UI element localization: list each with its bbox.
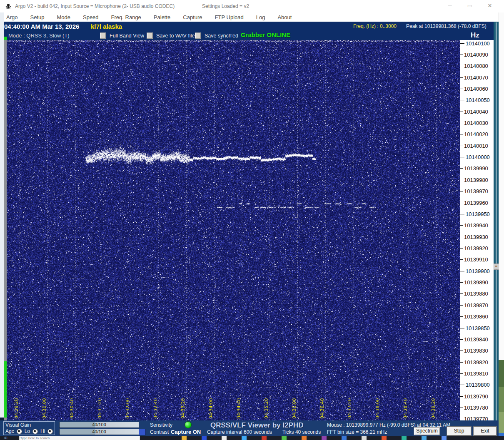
freq-tick (460, 385, 464, 385)
checkbox-label: Save synch'ed (205, 33, 238, 39)
checkbox-box[interactable] (147, 32, 153, 39)
freq-tick (460, 316, 463, 317)
sensitivity-slider[interactable]: 40/100 (59, 422, 139, 428)
freq-tick (460, 214, 464, 214)
taskbar-app-icon[interactable] (422, 436, 427, 440)
freq-tick (460, 305, 463, 306)
menu-item-palette[interactable]: Palette (147, 14, 177, 20)
menu-item-freq-range[interactable]: Freq. Range (105, 14, 147, 20)
freq-tick-label: 10139900 (460, 268, 490, 274)
freq-tick (460, 408, 463, 408)
freq-tick (460, 293, 463, 294)
taskbar-app-icon[interactable] (342, 436, 347, 440)
taskbar-app-icon[interactable] (202, 436, 207, 440)
freq-tick-label: 10139850 (460, 325, 490, 331)
freq-tick-label: 10139830 (460, 348, 488, 354)
start-button[interactable]: ⊞ (4, 436, 7, 440)
capture-status: Capture ON (171, 429, 201, 435)
menu-item-mode[interactable]: Mode (50, 14, 77, 20)
freq-tick-label: 10139960 (460, 199, 488, 206)
taskbar-app-icon[interactable] (182, 436, 187, 440)
taskbar-app-icon[interactable] (222, 436, 227, 440)
background-window-right (499, 12, 504, 360)
menu-item-about[interactable]: About (271, 14, 298, 20)
taskbar-app-icon[interactable] (262, 436, 267, 440)
freq-tick-label: 10139870 (460, 302, 488, 308)
slider-end-box[interactable] (139, 429, 146, 435)
freq-tick-label: 10140030 (460, 120, 488, 127)
radio-agc[interactable] (17, 429, 22, 434)
radio-hi[interactable] (47, 429, 53, 434)
freq-tick-label: 10139860 (460, 313, 488, 320)
window-right-border-line (496, 22, 497, 435)
taskbar-app-icon[interactable] (282, 436, 287, 440)
menu-item-ftp-upload[interactable]: FTP Upload (209, 14, 250, 20)
freq-value: 10140090 (464, 52, 488, 58)
freq-value: 10140000 (466, 154, 490, 160)
freq-tick-label: 10140100 (460, 40, 490, 47)
checkbox-box[interactable] (100, 32, 106, 39)
freq-value: 10139820 (464, 359, 488, 365)
freq-tick-label: 10139930 (460, 234, 488, 240)
taskbar-app-icon[interactable] (382, 436, 387, 440)
radio-label-hi: Hi (40, 428, 45, 434)
checkbox-save-to-wav-file[interactable]: Save to WAV file (147, 32, 195, 39)
freq-tick-label: 10139920 (460, 245, 488, 251)
spectrum-button[interactable]: Spectrum (414, 427, 440, 435)
visual-gain-group: Visual Gain AgcLoHi (3, 421, 55, 435)
freq-tick-label: 10139790 (460, 393, 488, 400)
freq-tick-label: 10140060 (460, 85, 488, 92)
close-button[interactable]: ✕ (483, 0, 497, 12)
freq-tick (460, 55, 463, 55)
taskbar-app-icon[interactable] (322, 436, 327, 440)
freq-tick (460, 362, 463, 363)
freq-value: 10139990 (464, 165, 488, 172)
taskbar-icon-row (182, 436, 447, 440)
desktop-wallpaper-strip (499, 387, 504, 412)
checkbox-full-band-view[interactable]: Full Band View (100, 32, 144, 39)
mode-header: Mode : QRSS 3, Slow (T) Grabber ONLINE H… (0, 31, 499, 40)
checkbox-box[interactable] (195, 32, 201, 39)
radio-lo[interactable] (32, 429, 38, 434)
taskbar-search[interactable] (19, 436, 140, 440)
freq-tick-label: 10139980 (460, 176, 488, 183)
exit-button[interactable]: Exit (473, 426, 497, 436)
menu-bar: ArgoSetupModeSpeedFreq. RangePaletteCapt… (0, 12, 504, 22)
freq-value: 10139790 (464, 393, 488, 400)
freq-tick-label: 10139890 (460, 279, 488, 286)
waterfall-spectrogram[interactable] (7, 40, 460, 420)
freq-tick (460, 66, 463, 66)
freq-tick (460, 237, 463, 237)
freq-value: 10140100 (466, 40, 490, 47)
menu-item-setup[interactable]: Setup (24, 14, 50, 20)
taskbar-app-icon[interactable] (442, 436, 447, 440)
taskbar-app-icon[interactable] (402, 436, 407, 440)
taskbar-app-icon[interactable] (302, 436, 307, 440)
freq-tick-label: 10139950 (460, 211, 490, 217)
stop-button[interactable]: Stop (447, 426, 472, 436)
freq-value: 10140060 (464, 86, 488, 92)
freq-tick (460, 157, 464, 157)
taskbar-app-icon[interactable] (242, 436, 247, 440)
checkbox-save-synch-ed[interactable]: Save synch'ed (195, 32, 238, 39)
menu-item-capture[interactable]: Capture (177, 14, 208, 20)
freq-value: 10140030 (464, 120, 488, 126)
freq-tick (460, 191, 463, 191)
freq-tick (460, 112, 463, 112)
freq-tick-label: 10140010 (460, 142, 488, 149)
freq-range-label: Freq. (Hz) : 0..3000 (353, 23, 397, 29)
signal-level-bar-green (4, 361, 7, 418)
taskbar-app-icon[interactable] (362, 436, 367, 440)
grabber-status: Grabber ONLINE (241, 31, 290, 38)
freq-tick (460, 89, 463, 89)
freq-value: 10139910 (464, 256, 488, 263)
menu-item-log[interactable]: Log (250, 14, 272, 20)
maximize-button[interactable]: ▭ (463, 0, 477, 12)
minimize-button[interactable]: ─ (443, 0, 457, 12)
hz-unit-label: Hz (471, 31, 479, 40)
search-input[interactable] (20, 436, 140, 440)
contrast-slider[interactable]: 40/100 (59, 429, 139, 435)
windows-taskbar[interactable]: ⊞ (0, 436, 504, 440)
freq-tick (460, 271, 464, 271)
menu-item-speed[interactable]: Speed (77, 14, 105, 20)
